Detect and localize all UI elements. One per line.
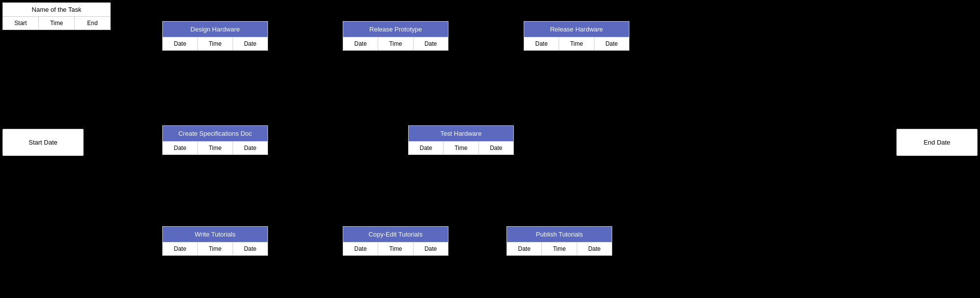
task-col3-write-tutorials: Date <box>233 242 267 255</box>
task-row-release-prototype: Date Time Date <box>343 37 448 50</box>
task-card-design-hardware: Design Hardware Date Time Date <box>162 21 268 51</box>
start-date: Start Date <box>2 129 84 156</box>
task-row-create-specs: Date Time Date <box>163 141 267 154</box>
task-header-publish-tutorials: Publish Tutorials <box>507 227 612 242</box>
task-col1-publish-tutorials: Date <box>507 242 542 255</box>
task-card-write-tutorials: Write Tutorials Date Time Date <box>162 226 268 256</box>
task-card-create-specs: Create Specifications Doc Date Time Date <box>162 125 268 155</box>
task-card-release-hardware: Release Hardware Date Time Date <box>524 21 629 51</box>
task-header-design-hardware: Design Hardware <box>163 22 267 37</box>
task-col1-write-tutorials: Date <box>163 242 198 255</box>
task-col2-test-hardware: Time <box>444 142 478 154</box>
task-col2-release-hardware: Time <box>559 37 594 50</box>
task-row-design-hardware: Date Time Date <box>163 37 267 50</box>
task-col2-create-specs: Time <box>198 142 233 154</box>
task-col2-publish-tutorials: Time <box>542 242 577 255</box>
task-header-copy-edit-tutorials: Copy-Edit Tutorials <box>343 227 448 242</box>
task-col3-create-specs: Date <box>233 142 267 154</box>
end-date-label: End Date <box>923 139 950 146</box>
task-header-test-hardware: Test Hardware <box>409 126 513 141</box>
task-col3-design-hardware: Date <box>233 37 267 50</box>
task-col3-copy-edit-tutorials: Date <box>414 242 448 255</box>
task-col1-test-hardware: Date <box>409 142 444 154</box>
task-card-copy-edit-tutorials: Copy-Edit Tutorials Date Time Date <box>343 226 448 256</box>
task-header-release-prototype: Release Prototype <box>343 22 448 37</box>
end-date: End Date <box>896 129 978 156</box>
task-col1-copy-edit-tutorials: Date <box>343 242 378 255</box>
task-row-copy-edit-tutorials: Date Time Date <box>343 242 448 255</box>
task-col2-design-hardware: Time <box>198 37 233 50</box>
task-col2-release-prototype: Time <box>378 37 413 50</box>
task-col3-release-hardware: Date <box>594 37 629 50</box>
legend-col1: Start <box>3 17 39 30</box>
task-col2-write-tutorials: Time <box>198 242 233 255</box>
legend-box: Name of the Task Start Time End <box>2 2 111 30</box>
task-col1-release-hardware: Date <box>524 37 559 50</box>
legend-row: Start Time End <box>3 17 110 30</box>
task-col3-release-prototype: Date <box>414 37 448 50</box>
task-col1-release-prototype: Date <box>343 37 378 50</box>
task-col2-copy-edit-tutorials: Time <box>378 242 413 255</box>
task-header-release-hardware: Release Hardware <box>524 22 629 37</box>
task-card-release-prototype: Release Prototype Date Time Date <box>343 21 448 51</box>
task-col1-design-hardware: Date <box>163 37 198 50</box>
task-col3-publish-tutorials: Date <box>577 242 612 255</box>
task-row-publish-tutorials: Date Time Date <box>507 242 612 255</box>
task-header-write-tutorials: Write Tutorials <box>163 227 267 242</box>
legend-col3: End <box>75 17 110 30</box>
task-card-test-hardware: Test Hardware Date Time Date <box>408 125 514 155</box>
task-row-release-hardware: Date Time Date <box>524 37 629 50</box>
legend-title: Name of the Task <box>3 3 110 17</box>
task-card-publish-tutorials: Publish Tutorials Date Time Date <box>506 226 612 256</box>
task-row-write-tutorials: Date Time Date <box>163 242 267 255</box>
start-date-label: Start Date <box>29 139 58 146</box>
legend-col2: Time <box>39 17 75 30</box>
task-row-test-hardware: Date Time Date <box>409 141 513 154</box>
task-header-create-specs: Create Specifications Doc <box>163 126 267 141</box>
task-col1-create-specs: Date <box>163 142 198 154</box>
task-col3-test-hardware: Date <box>479 142 513 154</box>
